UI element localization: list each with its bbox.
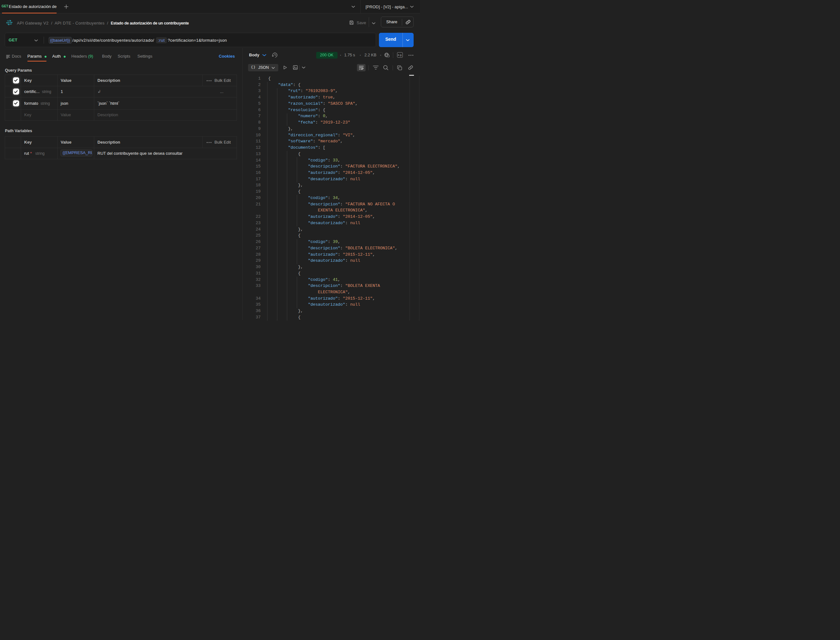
svg-text:HTTP: HTTP <box>6 21 13 24</box>
